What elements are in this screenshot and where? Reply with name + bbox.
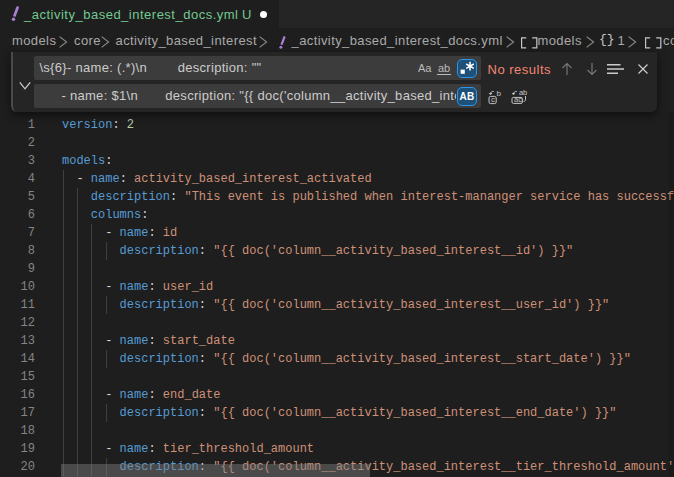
svg-text:ac: ac [514,95,522,104]
svg-text:b: b [496,89,501,98]
svg-text:c: c [491,95,495,104]
